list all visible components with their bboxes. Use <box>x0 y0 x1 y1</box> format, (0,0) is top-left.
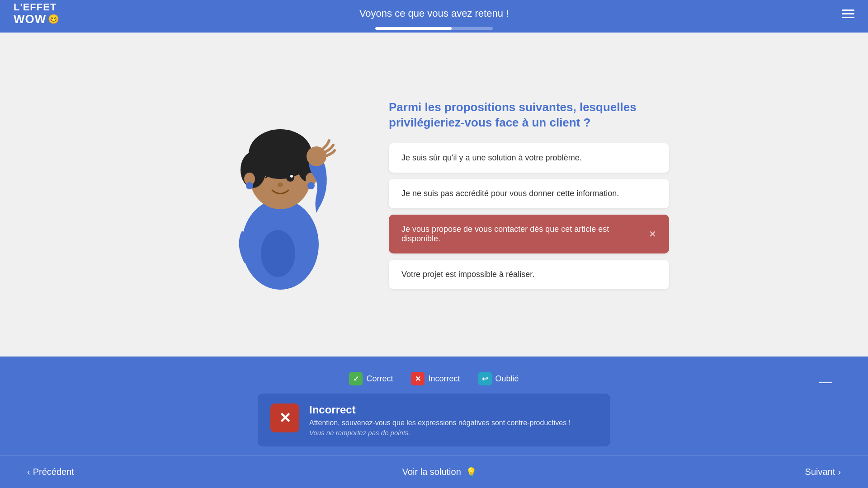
legend-correct-label: Correct <box>366 374 393 384</box>
question-section: Parmi les propositions suivantes, lesque… <box>389 100 669 289</box>
badge-incorrect: ✕ <box>411 372 425 385</box>
svg-point-1 <box>261 230 295 277</box>
legend-correct: ✓ Correct <box>349 372 393 385</box>
feedback-points: Vous ne remportez pas de points. <box>309 429 571 436</box>
prev-label: Précédent <box>33 467 74 477</box>
next-button[interactable]: Suivant › <box>805 467 841 477</box>
main-content: Parmi les propositions suivantes, lesque… <box>0 33 868 357</box>
illustration <box>199 100 362 290</box>
option-4-text: Votre projet est impossible à réaliser. <box>401 270 534 279</box>
option-4[interactable]: Votre projet est impossible à réaliser. <box>389 260 669 289</box>
legend-wrapper: ✓ Correct ✕ Incorrect ↩ Oublié — <box>18 366 850 394</box>
character-illustration <box>212 100 348 290</box>
bottom-section: ✓ Correct ✕ Incorrect ↩ Oublié — ✕ Incor… <box>0 357 868 455</box>
options-list: Je suis sûr qu'il y a une solution à vot… <box>389 143 669 289</box>
feedback-x-icon: ✕ <box>279 409 291 427</box>
feedback-title: Incorrect <box>309 404 571 416</box>
option-3-text: Je vous propose de vous contacter dès qu… <box>401 225 642 244</box>
progress-bar-track <box>375 27 493 30</box>
legend-bar: ✓ Correct ✕ Incorrect ↩ Oublié <box>18 366 850 394</box>
option-1-text: Je suis sûr qu'il y a une solution à vot… <box>401 153 582 163</box>
question-title: Parmi les propositions suivantes, lesque… <box>389 100 669 131</box>
prev-arrow: ‹ <box>27 467 30 477</box>
svg-point-8 <box>246 182 253 189</box>
option-3[interactable]: Je vous propose de vous contacter dès qu… <box>389 215 669 253</box>
badge-oublie: ↩ <box>478 372 492 385</box>
lightbulb-icon: 💡 <box>466 467 477 478</box>
header-title: Voyons ce que vous avez retenu ! <box>359 8 509 19</box>
progress-bar-container <box>0 27 868 33</box>
svg-point-10 <box>307 182 315 189</box>
legend-oublie: ↩ Oublié <box>478 372 519 385</box>
legend-incorrect: ✕ Incorrect <box>411 372 460 385</box>
progress-bar-fill <box>375 27 452 30</box>
feedback-content: Incorrect Attention, souvenez-vous que l… <box>309 404 571 436</box>
svg-point-11 <box>286 174 294 182</box>
feedback-icon-box: ✕ <box>270 404 299 432</box>
feedback-description: Attention, souvenez-vous que les express… <box>309 419 571 427</box>
feedback-box: ✕ Incorrect Attention, souvenez-vous que… <box>258 394 610 446</box>
hamburger-menu[interactable] <box>842 9 854 18</box>
nav-bar: ‹ Précédent Voir la solution 💡 Suivant › <box>0 455 868 488</box>
next-label: Suivant <box>805 467 835 477</box>
svg-point-12 <box>290 175 293 178</box>
close-icon: ✕ <box>649 229 656 239</box>
logo-line1: L'EFFET <box>14 2 60 13</box>
option-2-text: Je ne suis pas accrédité pour vous donne… <box>401 189 619 198</box>
header: L'EFFET WOW 😊 Voyons ce que vous avez re… <box>0 0 868 27</box>
logo: L'EFFET WOW 😊 <box>14 2 60 26</box>
option-2[interactable]: Je ne suis pas accrédité pour vous donne… <box>389 179 669 208</box>
prev-button[interactable]: ‹ Précédent <box>27 467 74 477</box>
logo-line2: WOW 😊 <box>14 13 60 26</box>
solution-label: Voir la solution <box>402 467 461 477</box>
next-arrow: › <box>838 467 841 477</box>
svg-point-13 <box>278 183 283 187</box>
solution-button[interactable]: Voir la solution 💡 <box>402 467 477 478</box>
collapse-icon[interactable]: — <box>819 375 832 389</box>
badge-correct: ✓ <box>349 372 363 385</box>
legend-oublie-label: Oublié <box>495 374 519 384</box>
legend-incorrect-label: Incorrect <box>428 374 460 384</box>
option-1[interactable]: Je suis sûr qu'il y a une solution à vot… <box>389 143 669 173</box>
